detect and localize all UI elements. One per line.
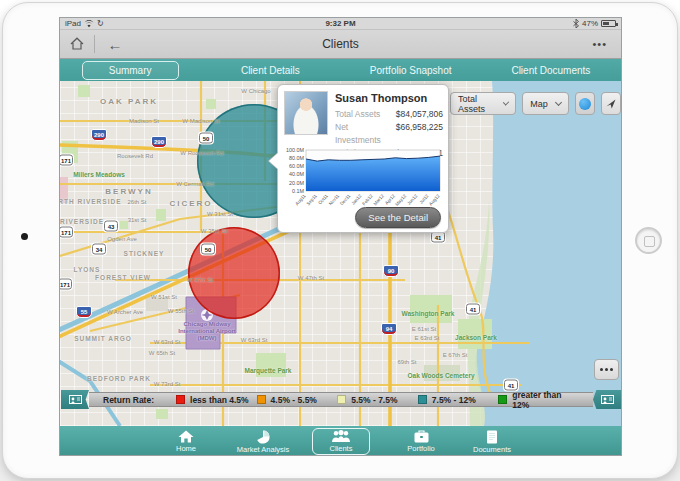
- see-detail-button[interactable]: See the Detail: [355, 207, 441, 228]
- client-name: Susan Thompson: [335, 92, 427, 104]
- bubble-dot-icon: [579, 98, 591, 110]
- metric-dropdown[interactable]: Total Assets: [450, 92, 516, 115]
- portfolio-icon: [414, 430, 429, 443]
- route-shield-50: 50: [201, 244, 215, 255]
- bottom-tab-portfolio[interactable]: Portfolio: [392, 428, 450, 455]
- svg-text:40.0M: 40.0M: [289, 171, 304, 177]
- route-shield-290: 290: [91, 129, 107, 141]
- legend-ribbon-right[interactable]: [593, 390, 621, 409]
- navigation-bar: ← Clients •••: [60, 30, 621, 59]
- route-shield-90: 90: [383, 265, 399, 277]
- tab-label: Summary: [82, 61, 179, 80]
- legend-label: 4.5% - 5.5%: [271, 395, 317, 405]
- route-shield-171: 171: [60, 227, 73, 238]
- client-photo: [284, 91, 328, 135]
- svg-text:20.0M: 20.0M: [289, 180, 304, 186]
- tab-label: Client Documents: [485, 62, 616, 79]
- route-shield-171: 171: [60, 279, 72, 290]
- stat-value: $84,057,806: [396, 108, 443, 121]
- legend-label: 5.5% - 7.5%: [351, 395, 397, 405]
- page-title: Clients: [60, 37, 621, 51]
- legend-swatch: [176, 395, 185, 404]
- stat-value: $66,958,225: [396, 121, 443, 147]
- tab-portfolio-snapshot[interactable]: Portfolio Snapshot: [341, 59, 481, 81]
- section-tab-strip: SummaryClient DetailsPortfolio SnapshotC…: [60, 59, 621, 81]
- legend-item: 4.5% - 5.5%: [257, 395, 338, 405]
- status-bar: iPad ↻ 9:32 PM 47%: [60, 18, 621, 30]
- map-controls: Total Assets Map: [450, 92, 621, 115]
- view-dropdown[interactable]: Map: [522, 92, 569, 115]
- svg-text:Nov11: Nov11: [328, 193, 341, 206]
- clock: 9:32 PM: [60, 19, 621, 28]
- route-shield-94: 94: [381, 323, 397, 335]
- legend-swatch: [418, 395, 427, 404]
- home-button[interactable]: [635, 227, 662, 254]
- route-shield-55: 55: [76, 306, 92, 318]
- bottom-tab-market-analysis[interactable]: Market Analysis: [234, 428, 292, 455]
- svg-text:Feb12: Feb12: [361, 193, 374, 206]
- bottom-tab-bar: HomeMarket AnalysisClientsPortfolioDocum…: [60, 426, 621, 456]
- legend-swatch: [337, 395, 346, 404]
- tab-label: Portfolio Snapshot: [344, 62, 478, 79]
- view-dropdown-value: Map: [530, 99, 548, 109]
- svg-text:Mar12: Mar12: [373, 193, 386, 206]
- chevron-down-icon: [555, 98, 562, 105]
- clients-icon: [331, 430, 351, 443]
- svg-text:Jun12: Jun12: [406, 193, 418, 206]
- legend-label: greater than 12%: [512, 390, 579, 410]
- legend-item: greater than 12%: [498, 390, 579, 410]
- bottom-tab-label: Market Analysis: [237, 445, 290, 454]
- legend-item: 7.5% - 12%: [418, 395, 499, 405]
- tab-client-documents[interactable]: Client Documents: [481, 59, 621, 81]
- svg-text:0.1M: 0.1M: [292, 188, 304, 194]
- front-camera: [21, 233, 28, 240]
- legend-label: 7.5% - 12%: [432, 395, 476, 405]
- bottom-tab-home[interactable]: Home: [157, 428, 215, 455]
- assets-area-chart: 100.0M80.0M60.0M40.0M20.0M0.1MAug11Sep11…: [282, 147, 446, 209]
- bubble-toggle-button[interactable]: [575, 92, 595, 115]
- client-stat-row: Net Investments$66,958,225: [335, 121, 443, 147]
- legend-swatch: [498, 395, 507, 404]
- home-icon: [178, 430, 194, 443]
- chevron-down-icon: [503, 99, 509, 105]
- svg-text:60.0M: 60.0M: [289, 163, 304, 169]
- documents-icon: [486, 430, 498, 444]
- metric-dropdown-value: Total Assets: [458, 94, 496, 114]
- bottom-tab-documents[interactable]: Documents: [463, 428, 521, 455]
- route-shield-34: 34: [92, 244, 106, 255]
- legend-ribbon-icon: [601, 395, 614, 405]
- ipad-device: iPad ↻ 9:32 PM 47% ← Clients ••: [0, 0, 680, 481]
- legend-label: less than 4.5%: [190, 395, 249, 405]
- legend-title: Return Rate:: [103, 395, 154, 405]
- legend-ribbon-left[interactable]: [61, 390, 89, 409]
- bottom-tab-label: Documents: [473, 445, 511, 454]
- legend-item: less than 4.5%: [176, 395, 257, 405]
- bottom-tab-label: Clients: [330, 444, 353, 453]
- return-rate-legend: Return Rate: less than 4.5%4.5% - 5.5%5.…: [61, 390, 621, 409]
- svg-text:100.0M: 100.0M: [286, 147, 304, 153]
- bottom-tab-label: Portfolio: [407, 444, 435, 453]
- svg-text:Aug12: Aug12: [428, 193, 441, 207]
- stat-label: Total Assets: [335, 108, 380, 121]
- map-more-button[interactable]: [594, 359, 619, 380]
- stat-label: Net Investments: [335, 121, 396, 147]
- route-shield-43: 43: [104, 221, 118, 232]
- svg-text:Sep11: Sep11: [306, 193, 319, 206]
- bottom-tab-clients[interactable]: Clients: [312, 428, 370, 455]
- legend-item: 5.5% - 7.5%: [337, 395, 418, 405]
- route-shield-290: 290: [151, 136, 167, 148]
- location-arrow-icon: [605, 98, 617, 110]
- locate-button[interactable]: [601, 92, 621, 115]
- battery-icon: [601, 20, 616, 27]
- tab-client-details[interactable]: Client Details: [200, 59, 340, 81]
- market-analysis-icon: [256, 430, 270, 444]
- client-popup: Susan Thompson Total Assets$84,057,806Ne…: [277, 84, 449, 233]
- route-shield-41: 41: [466, 304, 480, 315]
- svg-text:Jan12: Jan12: [350, 193, 362, 206]
- client-bubble-red[interactable]: [188, 227, 280, 319]
- client-stat-row: Total Assets$84,057,806: [335, 108, 443, 121]
- tab-summary[interactable]: Summary: [60, 59, 200, 81]
- tab-label: Client Details: [215, 62, 326, 79]
- svg-text:80.0M: 80.0M: [289, 155, 304, 161]
- route-shield-171: 171: [60, 155, 73, 166]
